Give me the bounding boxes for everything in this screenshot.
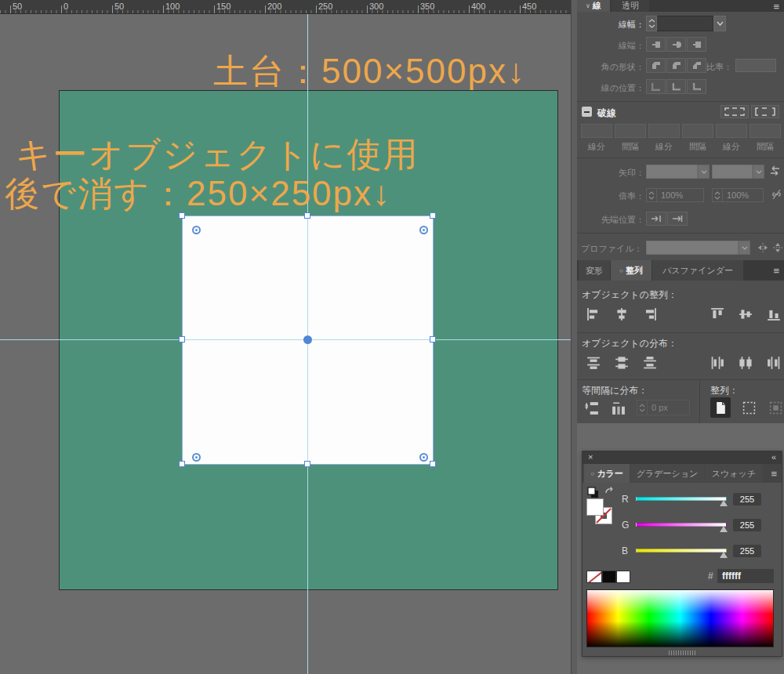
tip-extend-icon[interactable] bbox=[646, 212, 666, 226]
align-top-button[interactable] bbox=[707, 304, 728, 324]
tab-gradient[interactable]: グラデーション bbox=[630, 464, 704, 483]
selection-center-point[interactable] bbox=[303, 335, 312, 344]
distribute-right-button[interactable] bbox=[764, 353, 784, 373]
black-swatch[interactable] bbox=[602, 571, 616, 583]
distribute-vertical-center-button[interactable] bbox=[612, 353, 632, 373]
selection-handle-s[interactable] bbox=[304, 461, 310, 467]
distribute-bottom-button[interactable] bbox=[640, 353, 660, 373]
round-cap-icon[interactable] bbox=[666, 37, 686, 52]
selection-handle-e[interactable] bbox=[430, 336, 436, 342]
distribute-horizontal-center-button[interactable] bbox=[735, 353, 756, 373]
vertical-scrollbar[interactable] bbox=[571, 0, 577, 674]
distribute-left-button[interactable] bbox=[707, 353, 728, 373]
align-bottom-button[interactable] bbox=[764, 304, 784, 324]
channel-g-slider[interactable] bbox=[636, 523, 727, 527]
tab-swatches[interactable]: スウォッチ bbox=[705, 464, 763, 483]
align-to-selection-button[interactable] bbox=[739, 397, 759, 418]
hex-input[interactable]: ffffff bbox=[717, 569, 774, 583]
close-icon[interactable]: × bbox=[588, 452, 593, 462]
channel-r-slider[interactable] bbox=[636, 497, 727, 501]
align-to-key-object-button[interactable] bbox=[765, 397, 784, 418]
fill-proxy-white[interactable] bbox=[586, 498, 604, 516]
projecting-cap-icon[interactable] bbox=[687, 37, 706, 52]
channel-r-value[interactable]: 255 bbox=[733, 493, 761, 506]
align-stroke-inside-icon[interactable] bbox=[666, 79, 686, 94]
flip-across-icon[interactable] bbox=[772, 242, 783, 253]
tab-color[interactable]: ○ カラー bbox=[584, 464, 630, 483]
dash-input-1[interactable] bbox=[581, 124, 612, 138]
dash-preserve-icon[interactable] bbox=[720, 105, 749, 118]
distribute-top-button[interactable] bbox=[583, 353, 604, 373]
chevron-down-icon[interactable] bbox=[753, 165, 764, 179]
swap-fill-stroke-icon[interactable] bbox=[604, 486, 616, 497]
color-panel: × « ○ カラー グラデーション スウォッチ ≡ R bbox=[582, 451, 782, 657]
selection-handle-w[interactable] bbox=[179, 336, 185, 342]
panel-menu-icon[interactable]: ≡ bbox=[773, 0, 779, 12]
channel-g-value[interactable]: 255 bbox=[733, 519, 761, 531]
tab-transform[interactable]: 変形 bbox=[579, 260, 610, 281]
panel-menu-icon[interactable]: ≡ bbox=[771, 468, 777, 480]
chevron-down-icon[interactable] bbox=[698, 165, 710, 179]
distribute-horizontal-space-button[interactable] bbox=[608, 398, 629, 419]
channel-b-thumb[interactable] bbox=[720, 552, 728, 558]
channel-b-value[interactable]: 255 bbox=[733, 545, 761, 557]
align-panel-tabbar: 変形 ○ 整列 パスファインダー ≡ bbox=[577, 260, 784, 281]
dashed-line-checkbox[interactable] bbox=[582, 107, 592, 117]
tab-pathfinder[interactable]: パスファインダー bbox=[652, 260, 743, 281]
chevron-down-icon[interactable] bbox=[713, 16, 726, 31]
stepper-icon[interactable] bbox=[646, 16, 657, 31]
dash-input-2[interactable] bbox=[648, 124, 680, 138]
tab-stroke[interactable]: ∨ 線 bbox=[577, 0, 610, 12]
gap-input-2[interactable] bbox=[682, 124, 713, 138]
miter-ratio-input[interactable] bbox=[735, 59, 776, 72]
miter-join-icon[interactable] bbox=[646, 58, 666, 73]
stroke-weight-combo[interactable] bbox=[646, 16, 726, 31]
arrowhead-start-select[interactable] bbox=[646, 165, 710, 179]
selection-handle-se[interactable] bbox=[430, 461, 436, 467]
align-vertical-center-button[interactable] bbox=[735, 304, 756, 324]
default-fill-stroke-icon[interactable] bbox=[587, 487, 599, 498]
align-horizontal-center-button[interactable] bbox=[612, 304, 632, 324]
spacing-value-stepper[interactable]: 0 px bbox=[637, 400, 690, 415]
color-spectrum[interactable] bbox=[586, 589, 774, 647]
dash-input-3[interactable] bbox=[716, 124, 747, 138]
collapse-panel-icon[interactable]: « bbox=[771, 452, 776, 462]
live-corner-widget-sw[interactable] bbox=[192, 453, 201, 462]
align-right-button[interactable] bbox=[640, 304, 660, 324]
flip-along-icon[interactable] bbox=[757, 242, 768, 253]
align-left-button[interactable] bbox=[583, 304, 604, 324]
channel-b-slider[interactable] bbox=[636, 549, 727, 553]
white-swatch[interactable] bbox=[616, 571, 630, 583]
stroke-weight-value[interactable] bbox=[657, 16, 713, 31]
gap-input-3[interactable] bbox=[750, 124, 781, 138]
arrow-scale-start-stepper[interactable]: 100% bbox=[646, 188, 704, 202]
align-stroke-center-icon[interactable] bbox=[646, 79, 666, 94]
live-corner-widget-ne[interactable] bbox=[419, 226, 428, 234]
width-profile-select[interactable] bbox=[646, 241, 750, 255]
tab-align[interactable]: ○ 整列 bbox=[611, 260, 652, 281]
swap-arrowheads-icon[interactable] bbox=[769, 165, 781, 177]
live-corner-widget-nw[interactable] bbox=[192, 226, 201, 234]
live-corner-widget-se[interactable] bbox=[419, 453, 428, 462]
canvas-area[interactable]: 50050100150200250300350400450500 土台：500×… bbox=[0, 0, 571, 674]
align-to-artboard-button[interactable] bbox=[710, 397, 731, 418]
channel-g-thumb[interactable] bbox=[720, 526, 728, 532]
round-join-icon[interactable] bbox=[666, 58, 686, 73]
none-swatch[interactable] bbox=[586, 571, 602, 583]
distribute-vertical-space-button[interactable] bbox=[582, 398, 602, 419]
align-stroke-outside-icon[interactable] bbox=[687, 79, 706, 94]
selection-handle-sw[interactable] bbox=[179, 461, 185, 467]
butt-cap-icon[interactable] bbox=[646, 37, 666, 52]
selection-handle-ne[interactable] bbox=[430, 212, 436, 219]
gap-input-1[interactable] bbox=[615, 124, 646, 138]
arrow-scale-end-stepper[interactable]: 100% bbox=[712, 188, 764, 202]
panel-resize-grip[interactable] bbox=[669, 650, 697, 655]
chevron-down-icon[interactable] bbox=[739, 241, 750, 255]
channel-r-thumb[interactable] bbox=[720, 500, 728, 506]
link-scales-icon[interactable] bbox=[771, 188, 782, 201]
panel-menu-icon[interactable]: ≡ bbox=[773, 265, 779, 277]
arrowhead-end-select[interactable] bbox=[712, 165, 764, 179]
tab-transparency[interactable]: 透明 bbox=[612, 0, 649, 12]
dash-align-icon[interactable] bbox=[751, 105, 779, 118]
tip-align-icon[interactable] bbox=[667, 212, 688, 226]
